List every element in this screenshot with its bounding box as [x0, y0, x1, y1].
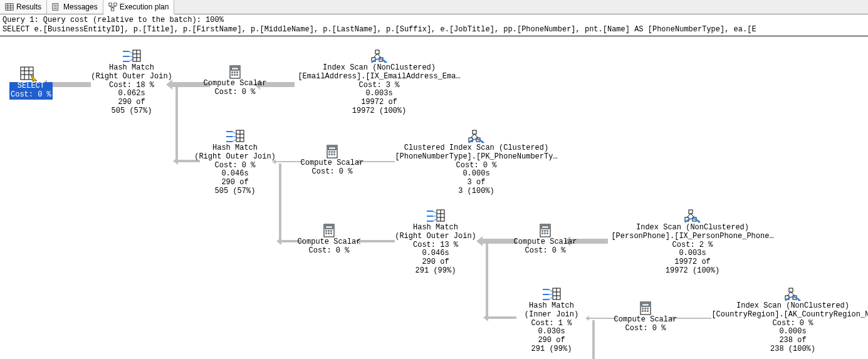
hash-match-node[interactable]: Hash Match (Inner Join) Cost: 1 % 0.030s…	[511, 287, 592, 354]
op-rows2: 238 (100%)	[705, 345, 868, 354]
compute-scalar-node[interactable]: Compute Scalar Cost: 0 %	[511, 223, 580, 256]
svg-rect-65	[330, 232, 332, 234]
svg-line-56	[474, 134, 478, 138]
svg-rect-29	[234, 71, 236, 73]
svg-rect-11	[111, 8, 113, 11]
tab-execution-plan[interactable]: Execution plan	[103, 0, 175, 14]
tab-results-label: Results	[16, 3, 41, 11]
arrow	[175, 87, 178, 162]
svg-rect-94	[644, 310, 646, 312]
hash-match-node[interactable]: Hash Match (Right Outer Join) Cost: 18 %…	[88, 49, 175, 116]
op-subtitle: (Right Outer Join)	[88, 73, 175, 81]
results-icon	[5, 3, 14, 11]
op-cost: Cost: 18 %	[88, 81, 175, 90]
arrow	[592, 320, 595, 359]
svg-rect-49	[328, 153, 330, 155]
compute-scalar-icon	[320, 223, 338, 238]
svg-rect-46	[328, 151, 330, 153]
compute-scalar-node[interactable]: Compute Scalar Cost: 0 %	[611, 301, 680, 333]
tab-messages[interactable]: Messages	[47, 0, 103, 14]
tab-results[interactable]: Results	[0, 0, 47, 14]
op-object: [PhoneNumberType].[PK_PhoneNumberTy…	[389, 153, 564, 162]
index-scan-node[interactable]: Index Scan (NonClustered) [PersonPhone].…	[605, 209, 780, 276]
svg-rect-28	[231, 71, 233, 73]
compute-scalar-node[interactable]: Compute Scalar Cost: 0 %	[295, 223, 363, 256]
svg-rect-9	[109, 3, 112, 6]
svg-line-37	[374, 54, 377, 58]
svg-rect-48	[333, 151, 335, 153]
query-sql-line: SELECT e.[BusinessEntityID], p.[Title], …	[3, 25, 756, 34]
select-node[interactable]: SELECT Cost: 0 %	[9, 65, 47, 100]
svg-rect-92	[647, 308, 649, 310]
op-rows: 290 of	[88, 98, 175, 107]
plan-canvas[interactable]: SELECT Cost: 0 % Hash Match (Right Outer…	[0, 36, 868, 359]
op-cost: Cost: 2 %	[605, 241, 780, 250]
svg-line-38	[377, 54, 381, 58]
svg-rect-30	[236, 71, 238, 73]
compute-scalar-icon	[226, 65, 244, 80]
op-title: Index Scan (NonClustered)	[705, 302, 868, 311]
arrow	[486, 244, 488, 319]
query-cost-line: Query 1: Query cost (relative to the bat…	[3, 16, 224, 24]
op-rows: 3 of	[389, 179, 564, 187]
svg-rect-64	[328, 232, 330, 234]
index-scan-icon	[370, 49, 388, 64]
tab-messages-label: Messages	[63, 3, 98, 11]
op-rows2: 19972 (100%)	[605, 267, 780, 276]
select-cost: Cost: 0 %	[11, 91, 51, 100]
op-title: Index Scan (NonClustered)	[605, 224, 780, 232]
op-title: Compute Scalar	[295, 238, 363, 247]
op-cost: Cost: 3 %	[291, 81, 467, 90]
svg-rect-96	[789, 288, 793, 292]
hash-match-node[interactable]: Hash Match (Right Outer Join) Cost: 0 % …	[191, 129, 279, 196]
svg-rect-52	[473, 130, 476, 134]
svg-line-99	[787, 292, 791, 296]
messages-icon	[52, 3, 61, 11]
op-rows: 19972 of	[291, 98, 467, 107]
op-time: 0.046s	[191, 170, 279, 179]
compute-scalar-node[interactable]: Compute Scalar Cost: 0 %	[298, 144, 367, 177]
op-cost: Cost: 13 %	[392, 241, 479, 250]
op-object: [EmailAddress].[IX_EmailAddress_Ema…	[291, 73, 467, 81]
op-title: Compute Scalar	[201, 80, 269, 88]
svg-rect-10	[113, 3, 116, 6]
op-title: Index Scan (NonClustered)	[291, 64, 467, 73]
svg-line-81	[687, 214, 691, 217]
op-cost: Cost: 0 %	[611, 325, 680, 333]
index-scan-icon	[684, 209, 701, 224]
svg-rect-72	[541, 230, 543, 232]
svg-rect-77	[546, 232, 548, 234]
op-rows2: 19972 (100%)	[291, 107, 467, 116]
svg-rect-74	[546, 230, 548, 232]
svg-rect-33	[236, 74, 238, 76]
svg-rect-47	[331, 151, 333, 153]
svg-rect-45	[328, 147, 336, 150]
svg-rect-71	[541, 226, 549, 229]
op-title: Compute Scalar	[511, 238, 580, 247]
op-subtitle: (Right Outer Join)	[392, 232, 479, 241]
svg-rect-16	[21, 67, 33, 80]
op-title: Hash Match	[392, 224, 479, 232]
op-time: 0.000s	[705, 328, 868, 336]
clustered-index-scan-node[interactable]: Clustered Index Scan (Clustered) [PhoneN…	[389, 129, 564, 196]
op-rows2: 505 (57%)	[88, 107, 175, 116]
compute-scalar-icon	[323, 144, 341, 159]
hash-match-node[interactable]: Hash Match (Right Outer Join) Cost: 13 %…	[392, 209, 479, 276]
compute-scalar-node[interactable]: Compute Scalar Cost: 0 %	[201, 65, 269, 97]
op-title: Compute Scalar	[611, 316, 680, 325]
op-object: [CountryRegion].[AK_CountryRegion_N…	[705, 311, 868, 320]
op-rows: 290 of	[392, 258, 479, 267]
op-rows: 238 of	[705, 336, 868, 345]
select-label: SELECT	[11, 82, 51, 91]
svg-rect-60	[325, 230, 327, 232]
svg-line-82	[691, 214, 694, 217]
arrow	[360, 240, 395, 242]
op-object: [PersonPhone].[IX_PersonPhone_Phone…	[605, 232, 780, 241]
query-header: Query 1: Query cost (relative to the bat…	[0, 14, 868, 36]
select-label-badge: SELECT Cost: 0 %	[9, 82, 53, 100]
op-cost: Cost: 0 %	[295, 247, 363, 256]
index-scan-node[interactable]: Index Scan (NonClustered) [CountryRegion…	[705, 287, 868, 354]
index-scan-node[interactable]: Index Scan (NonClustered) [EmailAddress]…	[291, 49, 467, 116]
svg-rect-76	[544, 232, 546, 234]
op-time: 0.003s	[605, 249, 780, 258]
